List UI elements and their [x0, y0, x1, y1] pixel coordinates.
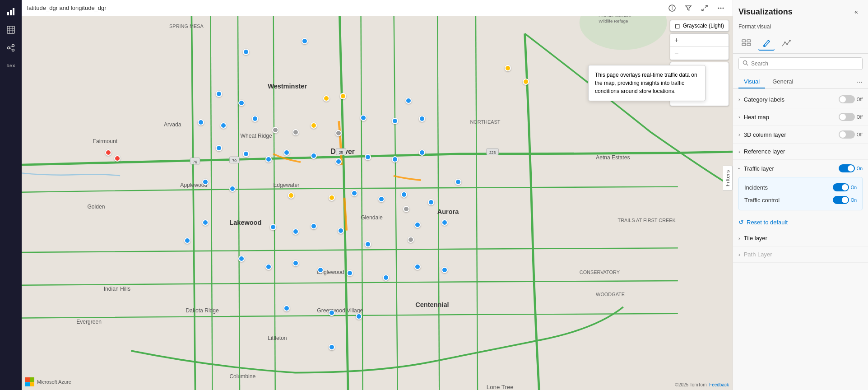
reset-row[interactable]: ↺ Reset to default	[733, 214, 868, 230]
heat-map-row[interactable]: › Heat map Off	[733, 108, 868, 126]
store-dot[interactable]	[329, 195, 335, 201]
nav-model-icon[interactable]	[3, 40, 19, 56]
store-dot[interactable]	[265, 156, 272, 162]
search-input[interactable]	[751, 60, 859, 67]
traffic-layer-row[interactable]: › Traffic layer On	[733, 160, 868, 177]
tab-general[interactable]: General	[767, 75, 798, 88]
store-dot[interactable]	[198, 119, 204, 125]
store-dot[interactable]	[283, 305, 290, 311]
filters-tab[interactable]: Filters	[723, 166, 733, 190]
store-dot[interactable]	[220, 122, 227, 129]
store-dot[interactable]	[302, 38, 308, 44]
store-dot[interactable]	[317, 267, 324, 273]
store-dot[interactable]	[270, 224, 276, 230]
store-dot[interactable]	[283, 149, 290, 156]
store-dot[interactable]	[408, 237, 414, 243]
store-dot[interactable]	[428, 199, 434, 205]
store-dot[interactable]	[311, 223, 317, 229]
store-dot[interactable]	[238, 100, 245, 106]
info-button[interactable]: i	[666, 2, 678, 14]
store-dot[interactable]	[229, 186, 236, 192]
store-dot[interactable]	[335, 158, 342, 165]
store-dot[interactable]	[365, 154, 371, 160]
store-dot[interactable]	[340, 93, 346, 99]
store-dot[interactable]	[243, 49, 249, 55]
incident-dot[interactable]	[105, 149, 111, 156]
3d-column-toggle[interactable]	[839, 130, 855, 139]
store-dot[interactable]	[356, 313, 362, 320]
zoom-in-button[interactable]: +	[670, 34, 683, 46]
store-dot[interactable]	[360, 115, 367, 121]
store-dot[interactable]	[216, 91, 222, 97]
store-dot[interactable]	[329, 344, 335, 350]
store-dot[interactable]	[292, 228, 299, 235]
store-dot[interactable]	[238, 255, 245, 262]
store-dot[interactable]	[323, 95, 330, 102]
incident-dot[interactable]	[114, 155, 121, 162]
more-options-button[interactable]	[715, 2, 727, 14]
store-dot[interactable]	[392, 156, 398, 162]
store-dot[interactable]	[505, 65, 511, 71]
heat-map-toggle[interactable]	[839, 113, 855, 121]
path-layer-row[interactable]: › Path Layer	[733, 246, 868, 263]
store-dot[interactable]	[265, 264, 272, 270]
store-dot[interactable]	[288, 192, 294, 199]
3d-column-label: 3D column layer	[744, 131, 839, 138]
category-labels-toggle[interactable]	[839, 95, 855, 103]
visual-type-analytics-button[interactable]	[778, 36, 794, 51]
store-dot[interactable]	[414, 264, 421, 270]
store-dot[interactable]	[365, 241, 371, 247]
store-dot[interactable]	[405, 98, 412, 104]
brand-text: Microsoft Azure	[37, 379, 71, 385]
incidents-toggle[interactable]	[833, 183, 849, 191]
nav-bar-chart-icon[interactable]	[3, 4, 19, 20]
tab-more-button[interactable]: ⋯	[857, 75, 863, 88]
3d-column-row[interactable]: › 3D column layer Off	[733, 126, 868, 144]
store-dot[interactable]	[243, 151, 249, 157]
store-dot[interactable]	[383, 274, 389, 281]
zoom-out-button[interactable]: −	[670, 47, 683, 60]
expand-button[interactable]	[698, 2, 711, 14]
store-dot[interactable]	[419, 116, 425, 122]
store-dot[interactable]	[311, 153, 317, 159]
store-dot[interactable]	[338, 228, 344, 234]
store-dot[interactable]	[419, 149, 425, 156]
store-dot[interactable]	[441, 219, 448, 226]
store-dot[interactable]	[216, 145, 222, 151]
reference-layer-row[interactable]: › Reference layer	[733, 144, 868, 160]
store-dot[interactable]	[347, 270, 353, 276]
traffic-layer-toggle[interactable]	[839, 164, 855, 172]
store-dot[interactable]	[401, 191, 407, 198]
store-dot[interactable]	[392, 118, 398, 124]
map-container[interactable]: Arvada Westminster SPRING MESA Fairmount…	[22, 16, 733, 390]
panel-expand-button[interactable]: «	[850, 5, 863, 18]
store-dot[interactable]	[292, 260, 299, 266]
store-dot[interactable]	[252, 116, 258, 122]
store-dot[interactable]	[414, 222, 421, 228]
store-dot[interactable]	[351, 190, 357, 196]
store-dot[interactable]	[202, 179, 209, 185]
filter-button[interactable]	[682, 2, 695, 14]
store-dot-gray[interactable]	[272, 127, 279, 133]
store-dot-gray[interactable]	[292, 129, 299, 135]
feedback-link[interactable]: Feedback	[709, 382, 729, 387]
store-dot[interactable]	[523, 79, 529, 85]
store-dot-gray[interactable]	[335, 130, 342, 136]
store-dot[interactable]	[202, 219, 209, 226]
nav-dax-icon[interactable]: DAX	[3, 58, 19, 74]
nav-table-icon[interactable]	[3, 22, 19, 38]
store-dot[interactable]	[184, 237, 190, 244]
visual-type-grid-button[interactable]	[738, 36, 755, 51]
traffic-control-toggle[interactable]	[833, 196, 849, 204]
tile-layer-row[interactable]: › Tile layer	[733, 230, 868, 246]
store-dot[interactable]	[455, 179, 461, 185]
visual-type-brush-button[interactable]	[758, 36, 775, 51]
store-dot[interactable]	[329, 310, 335, 316]
category-labels-row[interactable]: › Category labels Off	[733, 91, 868, 108]
tab-visual[interactable]: Visual	[738, 75, 765, 88]
store-dot[interactable]	[441, 267, 448, 273]
store-dot[interactable]	[403, 206, 409, 212]
store-dot[interactable]	[311, 122, 317, 129]
map-style-button[interactable]: ◻ Grayscale (Light)	[670, 20, 729, 32]
store-dot[interactable]	[378, 196, 385, 202]
